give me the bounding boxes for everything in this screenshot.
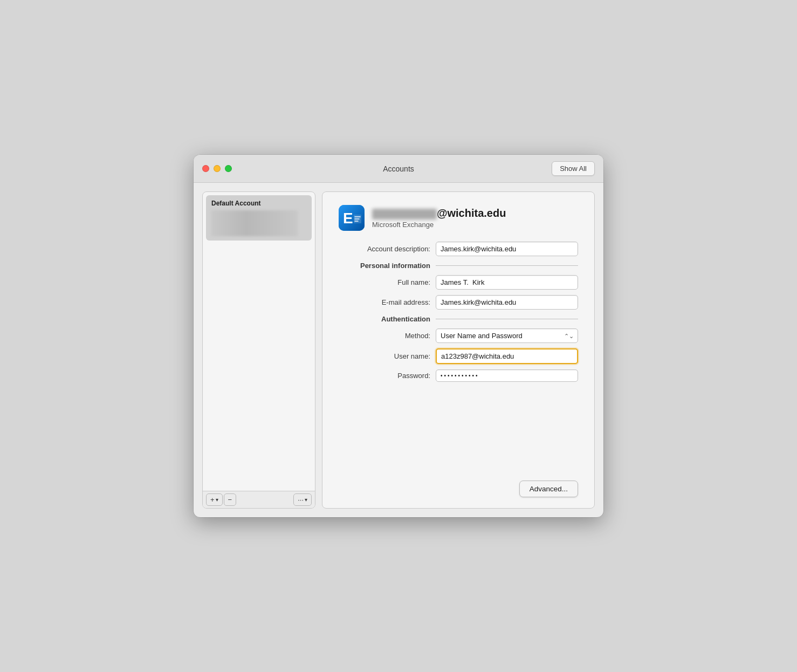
close-button[interactable] [202,165,209,172]
window-body: Default Account + ▾ − ··· ▾ [194,183,603,517]
sidebar-toolbar: + ▾ − ··· ▾ [203,491,315,508]
personal-info-label: Personal information [339,262,436,270]
method-select-wrapper: User Name and Password ⌃⌄ [436,328,578,343]
authentication-section-header: Authentication [339,315,578,323]
sidebar: Default Account + ▾ − ··· ▾ [202,191,315,509]
full-name-input[interactable] [436,275,578,290]
ellipsis-icon: ··· [298,496,304,504]
sidebar-account-list: Default Account [203,192,315,491]
full-name-row: Full name: [339,275,578,290]
account-header: E @wichita.edu Microsoft Exchange [339,205,578,231]
method-label: Method: [339,332,436,340]
method-row: Method: User Name and Password ⌃⌄ [339,328,578,343]
email-label: E-mail address: [339,298,436,306]
more-options-button[interactable]: ··· ▾ [293,493,312,506]
zoom-button[interactable] [225,165,232,172]
account-header-info: @wichita.edu Microsoft Exchange [372,207,506,229]
account-email-display: @wichita.edu [372,207,506,220]
traffic-lights [202,165,232,172]
full-name-label: Full name: [339,278,436,286]
exchange-icon: E [339,205,365,231]
account-form: Account description: Personal informatio… [339,242,578,387]
account-type-label: Microsoft Exchange [372,221,506,229]
main-content: E @wichita.edu Microsoft Exchange [322,191,595,509]
password-label: Password: [339,372,436,380]
personal-info-section-header: Personal information [339,262,578,270]
authentication-divider [436,319,578,319]
email-row: E-mail address: [339,295,578,310]
advanced-button[interactable]: Advanced... [519,481,578,497]
add-chevron-icon: ▾ [216,497,218,503]
svg-text:E: E [343,210,353,227]
account-description-label: Account description: [339,245,436,253]
account-email-blurred-part [372,209,437,220]
plus-icon: + [210,496,215,504]
account-description-input[interactable] [436,242,578,256]
account-description-row: Account description: [339,242,578,256]
more-chevron-icon: ▾ [305,497,307,503]
username-row: User name: [339,348,578,364]
username-input[interactable] [436,348,578,364]
remove-account-button[interactable]: − [224,493,237,506]
default-account-item[interactable]: Default Account [206,195,312,241]
titlebar: Accounts Show All [194,155,603,183]
account-email-suffix: @wichita.edu [437,207,506,219]
default-account-label: Default Account [211,200,306,207]
personal-info-divider [436,265,578,266]
account-avatar-blurred [211,210,298,236]
minimize-button[interactable] [214,165,221,172]
username-label: User name: [339,352,436,360]
window-title: Accounts [383,164,414,173]
email-input[interactable] [436,295,578,310]
accounts-window: Accounts Show All Default Account + ▾ − … [194,155,603,517]
authentication-label: Authentication [339,315,436,323]
add-account-button[interactable]: + ▾ [206,493,223,506]
show-all-button[interactable]: Show All [552,161,595,176]
password-input[interactable] [436,369,578,382]
method-select[interactable]: User Name and Password [436,328,578,343]
bottom-bar: Advanced... [339,470,578,497]
password-row: Password: [339,369,578,382]
